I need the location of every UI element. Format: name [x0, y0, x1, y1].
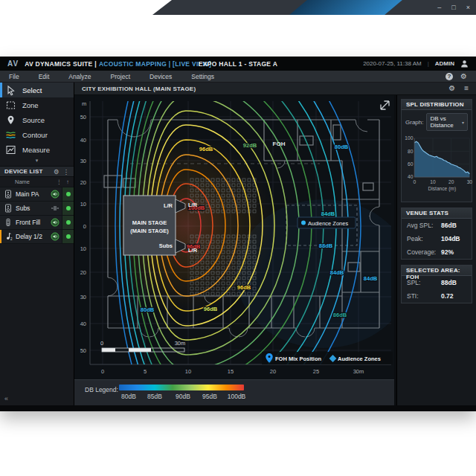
stat-row-coverage: Coverage: 92%	[402, 245, 472, 259]
maximize-button[interactable]: □	[451, 4, 455, 11]
device-list-kebab-icon[interactable]: ⋮	[63, 168, 70, 176]
selected-area-card: SELECTED AREA: FOH SPL: 88dB STI: 0.72	[401, 265, 472, 303]
speaker-active-icon[interactable]	[51, 218, 60, 227]
svg-text:30: 30	[80, 294, 86, 300]
svg-text:84dB: 84dB	[321, 210, 335, 217]
tools-collapse-chevron[interactable]: ▾	[0, 157, 74, 166]
svg-text:10: 10	[185, 368, 191, 375]
device-name: Delay 1/2	[16, 233, 51, 240]
svg-text:80dB: 80dB	[141, 306, 155, 313]
device-list-header: DEVICE LIST ⚙ ⋮	[0, 166, 74, 177]
device-name: Subs	[16, 205, 51, 212]
stat-label: Avg SPL:	[407, 222, 441, 229]
menu-file[interactable]: File	[9, 73, 19, 80]
spl-distribution-chart: 1008060400102030Distance (m)	[404, 133, 475, 196]
menu-settings[interactable]: Settings	[191, 73, 214, 80]
graph-type-dropdown[interactable]: DB vs Distance ▾	[426, 113, 468, 131]
menubar: File Edit Analyze Project Devices Settin…	[0, 71, 476, 83]
fill-speaker-icon	[4, 218, 13, 227]
stage-label-1: MAIN STAGE	[132, 219, 167, 226]
stat-value: 92%	[441, 248, 454, 256]
spl-xlabel: Distance (m)	[428, 186, 456, 192]
device-row-delay[interactable]: 2 Delay 1/2	[0, 230, 74, 244]
tool-zone[interactable]: Zone	[0, 97, 74, 112]
svg-text:0: 0	[101, 368, 104, 375]
chevron-down-icon: ▾	[462, 120, 464, 125]
tool-measure[interactable]: Measure	[0, 142, 74, 157]
svg-text:2: 2	[10, 237, 13, 241]
tool-source[interactable]: Source	[0, 112, 74, 127]
scale-start: 0	[100, 340, 103, 347]
svg-text:0: 0	[83, 223, 86, 230]
stat-row-peak: Peak: 104dB	[402, 232, 472, 245]
stage-label-2: (MAIN STAGE)	[130, 228, 169, 234]
speaker-label-lr-left: L/R	[164, 202, 173, 209]
acoustic-map-canvas[interactable]: m 504030201001020304050 051015202530m	[74, 95, 394, 379]
speaker-label-subs: Subs	[159, 242, 173, 249]
svg-text:10: 10	[80, 245, 86, 252]
stat-label: SPL:	[407, 279, 441, 286]
speaker-icon	[4, 190, 13, 199]
close-button[interactable]: ×	[466, 4, 470, 11]
tool-measure-label: Measure	[22, 146, 50, 154]
svg-text:50: 50	[80, 347, 86, 354]
tool-select[interactable]: Select	[0, 83, 74, 97]
svg-text:20: 20	[80, 269, 86, 276]
selected-area-header: SELECTED AREA: FOH	[402, 266, 472, 276]
pin-hole	[268, 356, 271, 358]
sidebar-collapse-icon[interactable]: «	[4, 395, 8, 402]
separator: |	[428, 60, 429, 67]
svg-text:96dB: 96dB	[199, 146, 213, 152]
audience-dot-icon	[301, 221, 306, 225]
device-row-front-fill[interactable]: Front Fill	[0, 216, 74, 230]
svg-text:20: 20	[270, 368, 276, 375]
device-row-subs[interactable]: Subs	[0, 202, 74, 216]
tool-contour-label: Contour	[22, 131, 48, 139]
device-row-main-pa[interactable]: Main PA	[0, 187, 74, 202]
svg-text:40: 40	[80, 321, 86, 327]
menu-project[interactable]: Project	[111, 73, 130, 80]
crossover-icon[interactable]	[51, 204, 60, 213]
svg-text:10: 10	[80, 201, 86, 208]
online-status-dot	[66, 220, 71, 225]
help-icon[interactable]: ?	[446, 73, 453, 80]
menu-devices[interactable]: Devices	[149, 73, 172, 80]
venue-stats-header: VENUE STATS	[402, 208, 472, 219]
tool-contour[interactable]: Contour	[0, 127, 74, 142]
sort-up-icon[interactable]: ↑	[66, 178, 69, 185]
canvas-gear-icon[interactable]: ⚙	[448, 85, 455, 92]
svg-text:96dB: 96dB	[204, 306, 218, 312]
source-pin-icon	[5, 115, 16, 126]
audience-zones-chip[interactable]: Audience Zones	[298, 217, 356, 228]
minimize-button[interactable]: –	[437, 4, 441, 11]
measure-chart-icon	[5, 144, 16, 155]
zone-icon	[5, 100, 16, 111]
stat-value: 0.72	[441, 292, 454, 300]
sort-icon[interactable]: ⋮	[57, 178, 62, 185]
speaker-active-icon[interactable]	[51, 232, 60, 241]
online-status-dot	[66, 192, 71, 196]
svg-text:25: 25	[313, 368, 319, 375]
db-tick-80: 80dB	[116, 393, 141, 400]
stat-label: STI:	[407, 292, 441, 300]
status-cell	[62, 187, 74, 201]
foh-room-label: FOH	[273, 141, 286, 147]
user-icon[interactable]	[460, 60, 469, 68]
speaker-active-icon[interactable]	[51, 190, 60, 199]
db-gradient-bar	[119, 385, 244, 390]
speaker-label-lr-bottom: L/R	[188, 247, 198, 254]
svg-text:30m: 30m	[353, 368, 364, 375]
column-name[interactable]: Name	[15, 178, 52, 185]
project-title: EXPO HALL 1 - STAGE A	[178, 60, 298, 68]
canvas-menu-icon[interactable]: ≡	[464, 85, 469, 92]
tool-zone-label: Zone	[22, 101, 39, 109]
datetime-label: 2020-07-25, 11:38 AM	[363, 60, 422, 67]
device-list-gear-icon[interactable]: ⚙	[54, 168, 60, 176]
menu-analyze[interactable]: Analyze	[68, 73, 91, 80]
svg-text:20: 20	[448, 179, 454, 184]
speaker-label-lr-right: L/R	[188, 202, 198, 208]
menu-edit[interactable]: Edit	[39, 73, 50, 80]
svg-text:10: 10	[430, 179, 436, 184]
settings-gear-icon[interactable]: ⚙	[460, 73, 467, 80]
svg-text:20: 20	[80, 179, 86, 186]
